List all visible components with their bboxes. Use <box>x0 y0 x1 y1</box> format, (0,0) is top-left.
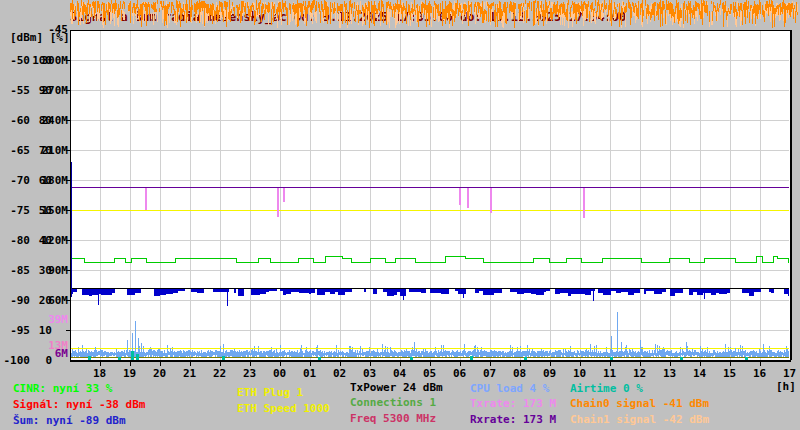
x-tick-hour: 07 <box>483 368 496 379</box>
x-axis-unit: [h] <box>776 381 796 392</box>
monitoring-graph-window: Signál a šum radia mesensky_ac od: 9.12.… <box>0 0 800 430</box>
legend-rxrate: Rxrate: 173 M <box>470 414 556 425</box>
legend-freq: Freq 5300 MHz <box>350 413 436 424</box>
x-tick-hour: 06 <box>453 368 466 379</box>
legend-eth: ETH Plug 1 <box>237 387 303 398</box>
x-tick-hour: 09 <box>543 368 556 379</box>
legend-šum: Šum: nyní -89 dBm <box>13 415 126 426</box>
x-tick-hour: 16 <box>753 368 766 379</box>
y-tick-dbm: -85 <box>0 265 30 276</box>
x-tick-hour: 15 <box>723 368 736 379</box>
legend-eth: ETH Speed 1000 <box>237 403 330 414</box>
x-tick-hour: 01 <box>303 368 316 379</box>
y-tick-rate: 90M <box>40 265 68 276</box>
x-tick-hour: 03 <box>363 368 376 379</box>
x-tick-hour: 04 <box>393 368 406 379</box>
legend-txrate: Txrate: 173 M <box>470 398 556 409</box>
x-tick-hour: 05 <box>423 368 436 379</box>
legend-signál: Signál: nyní -38 dBm <box>13 399 145 410</box>
legend-chain1: Chain1 signal -42 dBm <box>570 414 709 425</box>
x-tick-hour: 22 <box>213 368 226 379</box>
x-tick-hour: 14 <box>693 368 706 379</box>
x-tick-hour: 13 <box>663 368 676 379</box>
legend-airtime: Airtime 0 % <box>570 383 643 394</box>
x-tick-hour: 11 <box>603 368 616 379</box>
y-tick-dbm: -95 <box>0 325 30 336</box>
x-tick-hour: 12 <box>633 368 646 379</box>
y-tick-dbm: -60 <box>0 115 30 126</box>
y-tick-dbm: -65 <box>0 145 30 156</box>
x-tick-hour: 10 <box>573 368 586 379</box>
y-tick-dbm: -70 <box>0 175 30 186</box>
y-tick-rate: 240M <box>40 115 68 126</box>
y-tick-pct: 10 <box>30 325 52 336</box>
y-tick-rate: 270M <box>40 85 68 96</box>
legend-chain0: Chain0 signal -41 dBm <box>570 398 709 409</box>
legend-txpower: TxPower 24 dBm <box>350 382 443 393</box>
y-tick-rate: 300M <box>40 55 68 66</box>
signal-noise-chart <box>0 0 800 430</box>
legend-connections: Connections 1 <box>350 397 436 408</box>
y-tick-rate: 180M <box>40 175 68 186</box>
x-tick-hour: 02 <box>333 368 346 379</box>
legend-cinr: CINR: nyní 33 % <box>13 383 112 394</box>
y-tick-dbm: -75 <box>0 205 30 216</box>
y-tick-rate: 60M <box>40 295 68 306</box>
x-tick-hour: 20 <box>153 368 166 379</box>
y-tick-rate: 210M <box>40 145 68 156</box>
legend-cpu: CPU load 4 % <box>470 383 549 394</box>
x-tick-hour: 00 <box>273 368 286 379</box>
y-tick-dbm: -50 <box>0 55 30 66</box>
x-tick-hour: 23 <box>243 368 256 379</box>
y-tick-dbm: -100 <box>0 355 30 366</box>
y-tick-dbm: -90 <box>0 295 30 306</box>
y-tick-rate-special: 39M <box>40 314 68 325</box>
x-tick-hour: 18 <box>93 368 106 379</box>
y-tick-rate-special: 6M <box>40 348 68 359</box>
y-tick-rate: 120M <box>40 235 68 246</box>
y-axis-units-label: [dBm] [%] <box>10 32 70 43</box>
y-tick-dbm: -80 <box>0 235 30 246</box>
x-tick-hour: 19 <box>123 368 136 379</box>
y-tick-rate: 150M <box>40 205 68 216</box>
y-tick-dbm: -55 <box>0 85 30 96</box>
x-tick-hour: 17 <box>783 368 796 379</box>
x-tick-hour: 21 <box>183 368 196 379</box>
x-tick-hour: 08 <box>513 368 526 379</box>
